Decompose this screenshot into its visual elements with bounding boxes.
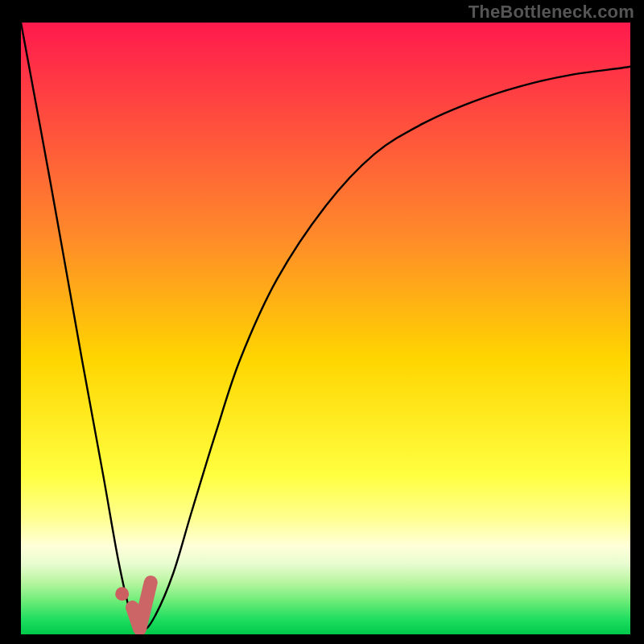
plot-background bbox=[21, 23, 630, 634]
j-marker-dot bbox=[115, 587, 129, 601]
chart-root: TheBottleneck.com bbox=[0, 0, 644, 644]
chart-svg bbox=[0, 0, 644, 644]
watermark-text: TheBottleneck.com bbox=[469, 2, 634, 23]
